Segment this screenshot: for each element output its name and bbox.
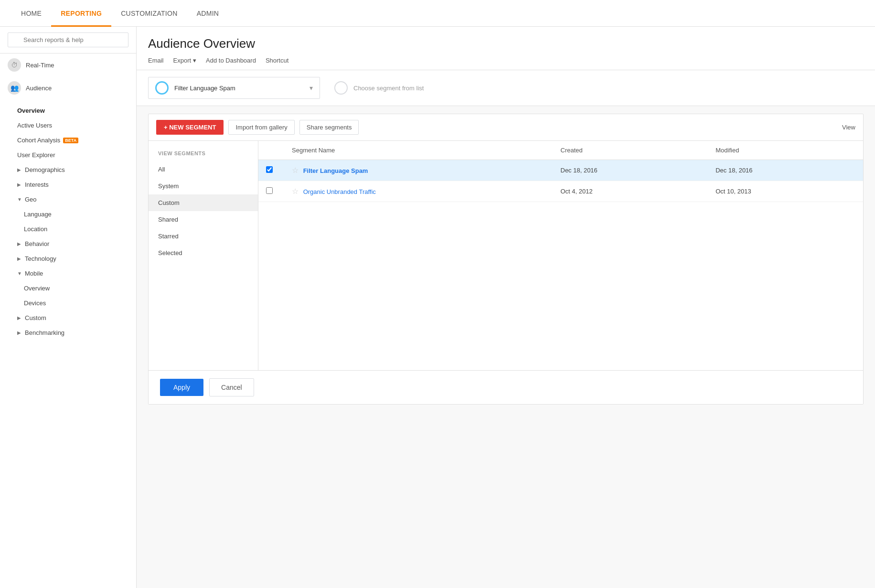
sidebar-item-active-users[interactable]: Active Users (0, 118, 136, 133)
chevron-right-icon-behavior: ▶ (17, 241, 23, 247)
geo-label: Geo (25, 196, 37, 203)
sidebar-item-overview[interactable]: Overview (0, 103, 136, 118)
sidebar-section: Overview Active Users Cohort Analysis BE… (0, 99, 136, 344)
row2-checkbox[interactable] (266, 187, 273, 194)
segment-circle-indicator (155, 81, 169, 95)
col-created: Created (553, 141, 708, 160)
table-row: ☆ Organic Unbranded Traffic Oct 4, 2012 … (258, 181, 863, 202)
export-label: Export (173, 57, 192, 64)
export-dropdown-icon: ▾ (193, 57, 196, 64)
chevron-right-icon-custom: ▶ (17, 315, 23, 321)
interests-label: Interests (25, 181, 49, 188)
row2-name-cell: ☆ Organic Unbranded Traffic (284, 181, 553, 202)
cancel-button[interactable]: Cancel (209, 378, 254, 396)
segment-panel-header-left: + NEW SEGMENT Import from gallery Share … (156, 120, 359, 135)
page-title: Audience Overview (148, 36, 864, 51)
user-explorer-label: User Explorer (17, 151, 55, 159)
segment-picker-active[interactable]: Filter Language Spam ▾ (148, 77, 320, 99)
realtime-icon: ⏱ (8, 58, 21, 72)
segment-table-header: Segment Name Created Modified (258, 141, 863, 160)
row1-segment-name[interactable]: Filter Language Spam (303, 167, 368, 174)
location-label: Location (24, 225, 47, 233)
segment-empty-circle (334, 81, 348, 95)
segment-picker-arrow-icon: ▾ (309, 84, 313, 92)
content-header: Audience Overview Email Export ▾ Add to … (137, 27, 875, 70)
sidebar: ⏱ Real-Time 👥 Audience Overview Active U… (0, 27, 137, 588)
sidebar-item-realtime[interactable]: ⏱ Real-Time (0, 53, 136, 76)
filter-shared[interactable]: Shared (149, 211, 258, 228)
new-segment-button[interactable]: + NEW SEGMENT (156, 120, 224, 135)
sidebar-item-interests[interactable]: ▶ Interests (0, 177, 136, 192)
sidebar-item-demographics[interactable]: ▶ Demographics (0, 162, 136, 177)
technology-label: Technology (25, 255, 56, 262)
audience-icon: 👥 (8, 81, 21, 95)
sidebar-item-cohort[interactable]: Cohort Analysis BETA (0, 133, 136, 148)
sidebar-item-audience[interactable]: 👥 Audience (0, 76, 136, 99)
demographics-label: Demographics (25, 166, 65, 173)
filter-all[interactable]: All (149, 161, 258, 178)
segment-picker-empty[interactable]: Choose segment from list (328, 77, 500, 98)
sidebar-item-benchmarking[interactable]: ▶ Benchmarking (0, 325, 136, 340)
realtime-label: Real-Time (26, 62, 54, 69)
segment-table: Segment Name Created Modified (258, 141, 863, 202)
sidebar-item-devices[interactable]: Devices (0, 296, 136, 310)
chevron-right-icon2: ▶ (17, 182, 23, 188)
content-area: Audience Overview Email Export ▾ Add to … (137, 27, 875, 588)
benchmarking-label: Benchmarking (25, 329, 64, 336)
search-input[interactable] (8, 32, 128, 47)
segment-empty-label: Choose segment from list (353, 85, 424, 92)
sidebar-item-custom[interactable]: ▶ Custom (0, 310, 136, 325)
col-segment-name: Segment Name (284, 141, 553, 160)
filter-selected[interactable]: Selected (149, 245, 258, 261)
filter-starred[interactable]: Starred (149, 228, 258, 245)
sidebar-item-mobile-overview[interactable]: Overview (0, 281, 136, 296)
apply-button[interactable]: Apply (160, 379, 203, 396)
col-modified: Modified (708, 141, 863, 160)
segment-bar: Filter Language Spam ▾ Choose segment fr… (137, 70, 875, 106)
sidebar-item-mobile[interactable]: ▼ Mobile (0, 266, 136, 281)
import-gallery-button[interactable]: Import from gallery (228, 120, 294, 135)
shortcut-button[interactable]: Shortcut (266, 57, 288, 64)
row1-created: Dec 18, 2016 (553, 160, 708, 181)
mobile-overview-label: Overview (24, 285, 50, 292)
nav-admin[interactable]: ADMIN (187, 0, 229, 27)
segment-panel-body: VIEW SEGMENTS All System Custom Shared S… (149, 141, 863, 370)
audience-label: Audience (26, 85, 52, 92)
row2-segment-name[interactable]: Organic Unbranded Traffic (303, 188, 376, 195)
segment-panel: + NEW SEGMENT Import from gallery Share … (148, 114, 864, 405)
segment-list-col: Segment Name Created Modified (258, 141, 863, 370)
sidebar-item-geo[interactable]: ▼ Geo (0, 192, 136, 207)
chevron-right-icon-tech: ▶ (17, 256, 23, 262)
nav-customization[interactable]: CUSTOMIZATION (111, 0, 187, 27)
sidebar-item-language[interactable]: Language (0, 207, 136, 222)
content-toolbar: Email Export ▾ Add to Dashboard Shortcut (148, 57, 864, 70)
sidebar-item-technology[interactable]: ▶ Technology (0, 251, 136, 266)
export-button[interactable]: Export ▾ (173, 57, 197, 64)
row1-name-cell: ☆ Filter Language Spam (284, 160, 553, 181)
nav-home[interactable]: HOME (11, 0, 51, 27)
row2-star-icon[interactable]: ☆ (292, 187, 299, 195)
panel-footer: Apply Cancel (149, 370, 863, 404)
sidebar-item-user-explorer[interactable]: User Explorer (0, 148, 136, 162)
filter-system[interactable]: System (149, 178, 258, 194)
segment-table-body: ☆ Filter Language Spam Dec 18, 2016 Dec … (258, 160, 863, 202)
filter-custom[interactable]: Custom (149, 194, 258, 211)
main-layout: ⏱ Real-Time 👥 Audience Overview Active U… (0, 27, 875, 588)
add-dashboard-button[interactable]: Add to Dashboard (206, 57, 256, 64)
chevron-down-icon-geo: ▼ (17, 197, 23, 203)
mobile-label: Mobile (25, 270, 43, 277)
nav-reporting[interactable]: REPORTING (51, 0, 111, 27)
row1-star-icon[interactable]: ☆ (292, 166, 299, 174)
search-wrap (8, 32, 128, 47)
row1-checkbox[interactable] (266, 166, 273, 173)
segment-filter-col: VIEW SEGMENTS All System Custom Shared S… (149, 141, 258, 370)
share-segments-button[interactable]: Share segments (299, 120, 359, 135)
sidebar-item-location[interactable]: Location (0, 222, 136, 236)
sidebar-item-behavior[interactable]: ▶ Behavior (0, 236, 136, 251)
row2-modified: Oct 10, 2013 (708, 181, 863, 202)
devices-label: Devices (24, 299, 46, 307)
email-button[interactable]: Email (148, 57, 164, 64)
view-link[interactable]: View (842, 124, 855, 131)
segment-panel-header: + NEW SEGMENT Import from gallery Share … (149, 114, 863, 141)
cohort-label: Cohort Analysis (17, 137, 60, 144)
